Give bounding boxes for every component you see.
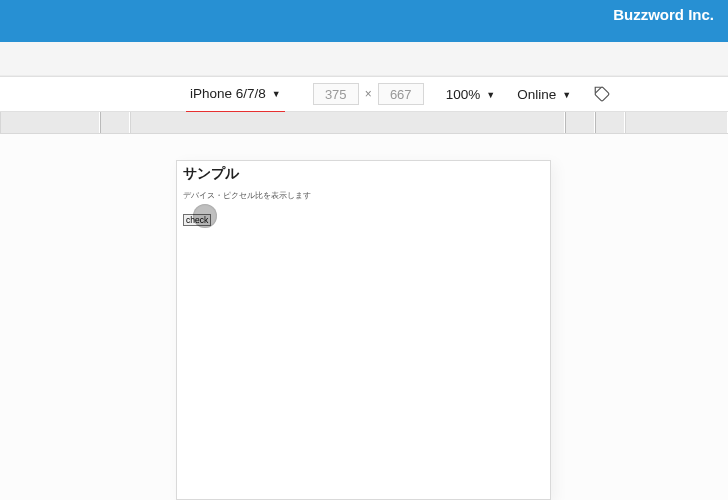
svg-rect-0 (595, 87, 610, 102)
zoom-label: 100% (446, 87, 481, 102)
network-select[interactable]: Online ▼ (517, 87, 571, 102)
ruler-segment (625, 112, 728, 133)
page-heading: サンプル (183, 165, 544, 183)
device-viewport: サンプル デバイス・ピクセル比を表示します check (176, 160, 551, 500)
ruler-segment (0, 112, 100, 133)
network-label: Online (517, 87, 556, 102)
ruler-segment (130, 112, 565, 133)
ruler-bar (0, 112, 728, 134)
page-content: サンプル デバイス・ピクセル比を表示します check (177, 161, 550, 231)
ruler-segment (100, 112, 130, 133)
device-select-label: iPhone 6/7/8 (190, 86, 266, 101)
device-select[interactable]: iPhone 6/7/8 ▼ (186, 77, 285, 113)
chevron-down-icon: ▼ (272, 90, 281, 99)
brand-title: Buzzword Inc. (613, 6, 714, 23)
touch-cursor-icon (193, 204, 217, 228)
ruler-segment (595, 112, 625, 133)
zoom-select[interactable]: 100% ▼ (446, 87, 495, 102)
rotate-icon[interactable] (593, 85, 611, 103)
width-input[interactable] (313, 83, 359, 105)
brand-header: Buzzword Inc. (0, 0, 728, 42)
device-toolbar: iPhone 6/7/8 ▼ × 100% ▼ Online ▼ (0, 76, 728, 112)
dimension-separator: × (365, 87, 372, 101)
workspace: サンプル デバイス・ピクセル比を表示します check (0, 134, 728, 500)
height-input[interactable] (378, 83, 424, 105)
button-row: check (183, 209, 544, 227)
page-subtext: デバイス・ピクセル比を表示します (183, 191, 544, 201)
ruler-segment (565, 112, 595, 133)
secondary-bar (0, 42, 728, 76)
chevron-down-icon: ▼ (486, 91, 495, 100)
dimensions-group: × (313, 83, 424, 105)
chevron-down-icon: ▼ (562, 91, 571, 100)
